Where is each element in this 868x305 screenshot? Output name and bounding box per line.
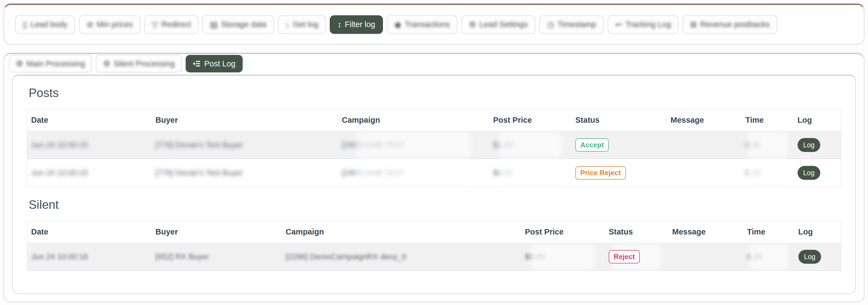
silent-table: Date Buyer Campaign Post Price Status Me… [27,221,841,271]
min-prices-button[interactable]: ⊘Min prices [79,15,140,34]
log-cell: Log [795,243,841,271]
column-header-time: Time [742,109,794,131]
list-outdent-icon [193,60,201,68]
lead-settings-button[interactable]: ⚙Lead Settings [461,15,535,34]
gears-icon: ⚙ [16,60,23,68]
column-header-buyer: Buyer [152,221,282,243]
gear-icon: ⚙ [469,21,476,29]
circle-slash-icon: ⊘ [87,21,93,29]
status-badge: Price Reject [576,166,626,179]
tab-label: Post Log [204,59,235,68]
tab-post-log[interactable]: Post Log [186,55,242,73]
button-label: Storage data [221,20,267,29]
button-label: Redirect [161,20,191,29]
timestamp-button[interactable]: ◷Timestamp [539,15,604,34]
funnel-icon: ▽ [152,21,158,29]
post-price-cell: $0.00 [521,243,605,271]
time-cell: 0.92 [742,131,794,159]
toolbar: ▯Lead body ⊘Min prices ▽Redirect ▤Storag… [15,15,777,34]
campaign-cell: [2296] DemoCampaignRX deny_0 [282,243,521,271]
button-label: Min prices [97,20,133,29]
storage-icon: ▤ [210,21,218,29]
buyer-cell: [776] Devair's Test Buyer [152,131,338,159]
date-cell: Jun 24 10:00:16 [27,243,152,271]
button-label: Lead body [31,20,67,29]
post-price-cell: $1.00 [489,131,571,159]
tab-main-processing[interactable]: ⚙Main Processing [9,55,92,73]
message-cell [667,131,742,159]
date-cell: Jun 24 10:00:15 [27,131,152,159]
redirect-button[interactable]: ▽Redirect [144,15,198,34]
time-cell: 0.76 [742,159,794,187]
silent-section-title: Silent [29,198,841,212]
tab-bar: ⚙Main Processing ⚙Silent Processing Post… [9,55,864,73]
status-badge: Accept [576,138,609,152]
log-button[interactable]: Log [798,166,820,180]
cart-icon: ⊞ [690,21,697,29]
campaign-cell: [2405] AMB TEST [338,131,489,159]
column-header-post-price: Post Price [489,109,571,131]
column-header-status: Status [571,109,667,131]
log-cell: Log [794,159,841,187]
button-label: Filter log [345,20,375,29]
date-cell: Jun 24 10:00:15 [27,159,152,187]
revenue-postbacks-button[interactable]: ⊞Revenue postbacks [682,15,777,34]
column-header-log: Log [794,109,841,131]
tracking-log-button[interactable]: ↩Tracking Log [608,15,679,34]
silent-header-row: Date Buyer Campaign Post Price Status Me… [27,221,841,243]
table-row: Jun 24 10:00:15 [776] Devair's Test Buye… [27,131,841,159]
column-header-message: Message [667,109,742,131]
log-button[interactable]: Log [798,250,821,264]
buyer-cell: [776] Devair's Test Buyer [152,159,338,187]
table-row: Jun 24 10:00:15 [776] Devair's Test Buye… [27,159,841,187]
message-cell [669,243,743,271]
posts-section-title: Posts [29,86,841,100]
column-header-buyer: Buyer [152,109,338,131]
column-header-date: Date [27,221,152,243]
column-header-log: Log [795,221,841,243]
button-label: Revenue postbacks [700,20,770,29]
button-label: Lead Settings [479,20,528,29]
status-cell: Reject [605,243,669,271]
column-header-status: Status [605,221,669,243]
buyer-cell: [652] RX Buyer [152,243,282,271]
column-header-time: Time [743,221,795,243]
button-label: Transactions [405,20,450,29]
tab-silent-processing[interactable]: ⚙Silent Processing [96,55,182,73]
lead-body-button[interactable]: ▯Lead body [15,15,75,34]
status-badge: Reject [609,250,640,264]
page-root: ▯Lead body ⊘Min prices ▽Redirect ▤Storag… [0,0,868,305]
main-panel: ⚙Main Processing ⚙Silent Processing Post… [4,53,864,302]
arrow-up-down-icon: ↕ [337,21,341,29]
storage-data-button[interactable]: ▤Storage data [202,15,274,34]
log-button[interactable]: Log [798,138,820,152]
table-row: Jun 24 10:00:16 [652] RX Buyer [2296] De… [27,243,841,271]
button-label: Get log [293,20,318,29]
column-header-campaign: Campaign [338,109,489,131]
button-label: Tracking Log [626,20,671,29]
post-price-cell: $0.01 [489,159,571,187]
toolbar-panel: ▯Lead body ⊘Min prices ▽Redirect ▤Storag… [4,4,864,45]
coin-icon: ◉ [395,21,402,29]
button-label: Timestamp [557,20,596,29]
status-cell: Accept [571,131,667,159]
get-log-button[interactable]: ↓Get log [278,15,326,34]
log-cell: Log [794,131,841,159]
clock-icon: ◷ [547,21,554,29]
column-header-message: Message [669,221,743,243]
tab-label: Silent Processing [114,59,175,68]
gears-icon: ⚙ [103,60,110,68]
posts-table: Date Buyer Campaign Post Price Status Me… [27,109,841,187]
arrow-down-icon: ↓ [285,21,289,29]
document-icon: ▯ [23,21,27,29]
column-header-date: Date [27,109,152,131]
status-cell: Price Reject [571,159,667,187]
column-header-post-price: Post Price [521,221,605,243]
posts-header-row: Date Buyer Campaign Post Price Status Me… [27,109,841,131]
tab-label: Main Processing [27,59,85,68]
reply-arrow-icon: ↩ [615,21,622,29]
message-cell [667,159,742,187]
transactions-button[interactable]: ◉Transactions [387,15,458,34]
filter-log-button[interactable]: ↕Filter log [330,15,383,34]
campaign-cell: [2405] AMB TEST [338,159,489,187]
